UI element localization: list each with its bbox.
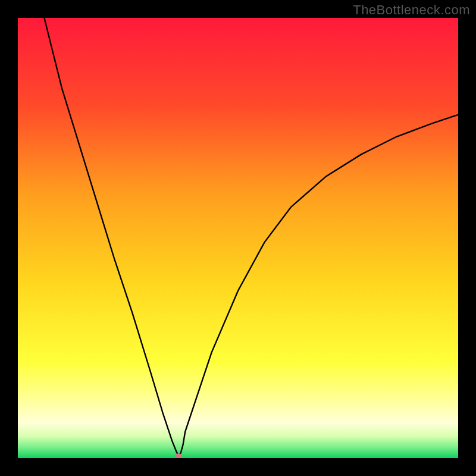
bottleneck-chart <box>18 18 458 458</box>
green-band <box>18 440 458 458</box>
watermark-label: TheBottleneck.com <box>353 2 470 18</box>
plot-area <box>18 18 458 458</box>
optimum-marker <box>175 453 182 458</box>
chart-container: TheBottleneck.com <box>0 0 476 476</box>
gradient-background <box>18 18 458 458</box>
